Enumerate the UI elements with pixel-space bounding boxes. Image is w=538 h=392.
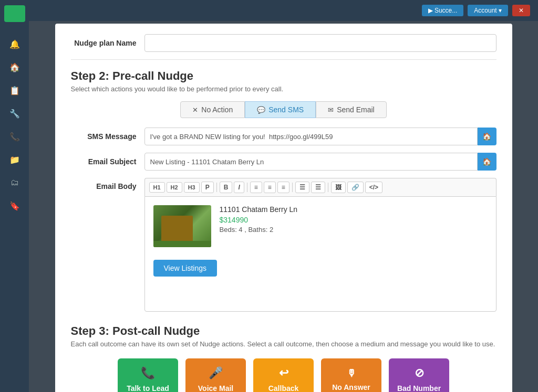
close-topbar-button[interactable]: ✕ bbox=[512, 5, 530, 16]
send-email-icon: ✉ bbox=[328, 106, 334, 114]
listing-image bbox=[153, 205, 211, 247]
nudge-name-row: Nudge plan Name bbox=[71, 34, 496, 60]
toolbar-code[interactable]: </> bbox=[365, 182, 382, 193]
sms-message-label: SMS Message bbox=[71, 132, 144, 141]
tab-send-sms-label: Send SMS bbox=[268, 105, 304, 114]
toolbar-image[interactable]: 🖼 bbox=[331, 182, 346, 193]
outcome-voice-mail[interactable]: 🎤 Voice Mail bbox=[185, 358, 246, 392]
outcome-buttons-row: 📞 Talk to Lead 🎤 Voice Mail ↩ Callback 🎙… bbox=[71, 358, 496, 392]
listing-address: 11101 Chatam Berry Ln bbox=[220, 205, 488, 214]
email-body-label: Email Body bbox=[71, 178, 144, 190]
sms-message-input[interactable] bbox=[144, 128, 478, 145]
talk-to-lead-icon: 📞 bbox=[141, 366, 155, 380]
toolbar-divider-2 bbox=[247, 183, 247, 192]
account-button[interactable]: Account ▾ bbox=[468, 5, 508, 16]
toolbar-link[interactable]: 🔗 bbox=[347, 182, 364, 193]
send-sms-icon: 💬 bbox=[257, 106, 265, 114]
email-subject-input-wrap: 🏠 bbox=[144, 153, 496, 171]
tab-send-email[interactable]: ✉ Send Email bbox=[316, 101, 387, 118]
nudge-name-label: Nudge plan Name bbox=[71, 39, 144, 47]
success-button[interactable]: ▶ Succe... bbox=[422, 5, 464, 16]
toolbar-align-left[interactable]: ≡ bbox=[250, 182, 262, 193]
brand-logo bbox=[4, 5, 25, 22]
sidebar-icon-tools[interactable]: 🔧 bbox=[6, 105, 23, 122]
toolbar-align-center[interactable]: ≡ bbox=[264, 182, 276, 193]
toolbar-bold[interactable]: B bbox=[220, 182, 233, 193]
tabs-row: ✕ No Action 💬 Send SMS ✉ Send Email bbox=[71, 101, 496, 118]
sidebar-icon-list[interactable]: 📋 bbox=[6, 82, 23, 99]
toolbar-list-ul[interactable]: ☰ bbox=[295, 182, 309, 193]
bad-number-label: Bad Number bbox=[397, 384, 441, 392]
toolbar-list-ol[interactable]: ☰ bbox=[311, 182, 325, 193]
listing-beds: Beds: 4 , Baths: 2 bbox=[220, 226, 488, 234]
step3-heading: Step 3: Post-call Nudge bbox=[71, 324, 496, 338]
step3-description: Each call outcome can have its own set o… bbox=[71, 340, 496, 348]
toolbar-p[interactable]: P bbox=[201, 182, 214, 193]
outcome-bad-number[interactable]: ⊘ Bad Number bbox=[389, 358, 449, 392]
email-body-row: Email Body H1 H2 H3 P B I ≡ ≡ ≡ ☰ bbox=[71, 178, 496, 312]
bad-number-icon: ⊘ bbox=[415, 366, 424, 380]
nudge-name-input[interactable] bbox=[144, 34, 496, 52]
email-subject-label: Email Subject bbox=[71, 157, 144, 166]
toolbar-italic[interactable]: I bbox=[234, 182, 244, 193]
sms-message-row: SMS Message 🏠 bbox=[71, 128, 496, 145]
email-home-icon-btn[interactable]: 🏠 bbox=[478, 153, 496, 171]
no-answer-icon: 🎙 bbox=[347, 368, 356, 379]
outcome-callback[interactable]: ↩ Callback bbox=[253, 358, 314, 392]
listing-details: 11101 Chatam Berry Ln $314990 Beds: 4 , … bbox=[220, 205, 488, 234]
sidebar: 🔔 🏠 📋 🔧 📞 📁 🗂 🔖 bbox=[0, 0, 29, 392]
step2-heading: Step 2: Pre-call Nudge bbox=[71, 69, 496, 83]
listing-card: 11101 Chatam Berry Ln $314990 Beds: 4 , … bbox=[153, 205, 488, 247]
sidebar-icon-bell[interactable]: 🔔 bbox=[6, 36, 23, 52]
modal-overlay: Nudge plan Name Step 2: Pre-call Nudge S… bbox=[29, 21, 538, 392]
outcome-no-answer[interactable]: 🎙 No Answer bbox=[321, 358, 381, 392]
sidebar-icon-folder[interactable]: 📁 bbox=[6, 151, 23, 168]
sidebar-icon-home[interactable]: 🏠 bbox=[6, 59, 23, 76]
email-subject-row: Email Subject 🏠 bbox=[71, 153, 496, 171]
toolbar-align-right[interactable]: ≡ bbox=[277, 182, 289, 193]
editor-wrap: H1 H2 H3 P B I ≡ ≡ ≡ ☰ ☰ 🖼 🔗 bbox=[144, 178, 496, 312]
editor-area[interactable]: 11101 Chatam Berry Ln $314990 Beds: 4 , … bbox=[144, 196, 496, 312]
tab-send-sms[interactable]: 💬 Send SMS bbox=[245, 101, 316, 118]
view-listings-button[interactable]: View Listings bbox=[153, 260, 217, 277]
editor-toolbar: H1 H2 H3 P B I ≡ ≡ ≡ ☰ ☰ 🖼 🔗 bbox=[144, 178, 496, 196]
outcome-talk-to-lead[interactable]: 📞 Talk to Lead bbox=[118, 358, 178, 392]
toolbar-divider-4 bbox=[328, 183, 328, 192]
email-subject-input[interactable] bbox=[144, 153, 478, 171]
modal-container: Nudge plan Name Step 2: Pre-call Nudge S… bbox=[55, 24, 512, 392]
toolbar-h1[interactable]: H1 bbox=[149, 182, 165, 193]
tab-no-action-label: No Action bbox=[201, 105, 233, 114]
tab-send-email-label: Send Email bbox=[337, 105, 375, 114]
sidebar-icon-phone[interactable]: 📞 bbox=[6, 128, 23, 145]
toolbar-divider-1 bbox=[216, 183, 217, 192]
toolbar-divider-3 bbox=[292, 183, 293, 192]
voice-mail-label: Voice Mail bbox=[198, 384, 233, 392]
sidebar-icon-bookmark[interactable]: 🔖 bbox=[6, 197, 23, 214]
listing-price: $314990 bbox=[220, 216, 488, 224]
sidebar-icon-files[interactable]: 🗂 bbox=[6, 174, 23, 191]
step2-description: Select which actions you would like to b… bbox=[71, 85, 496, 93]
sms-home-icon-btn[interactable]: 🏠 bbox=[478, 128, 496, 145]
no-action-icon: ✕ bbox=[192, 106, 198, 114]
callback-label: Callback bbox=[268, 384, 299, 392]
no-answer-label: No Answer bbox=[332, 383, 370, 391]
top-bar: ▶ Succe... Account ▾ ✕ bbox=[29, 0, 538, 21]
callback-icon: ↩ bbox=[279, 366, 288, 380]
talk-to-lead-label: Talk to Lead bbox=[127, 384, 169, 392]
toolbar-h3[interactable]: H3 bbox=[184, 182, 200, 193]
voice-mail-icon: 🎤 bbox=[209, 366, 223, 380]
sms-message-input-wrap: 🏠 bbox=[144, 128, 496, 145]
toolbar-h2[interactable]: H2 bbox=[167, 182, 182, 193]
tab-no-action[interactable]: ✕ No Action bbox=[180, 101, 245, 118]
